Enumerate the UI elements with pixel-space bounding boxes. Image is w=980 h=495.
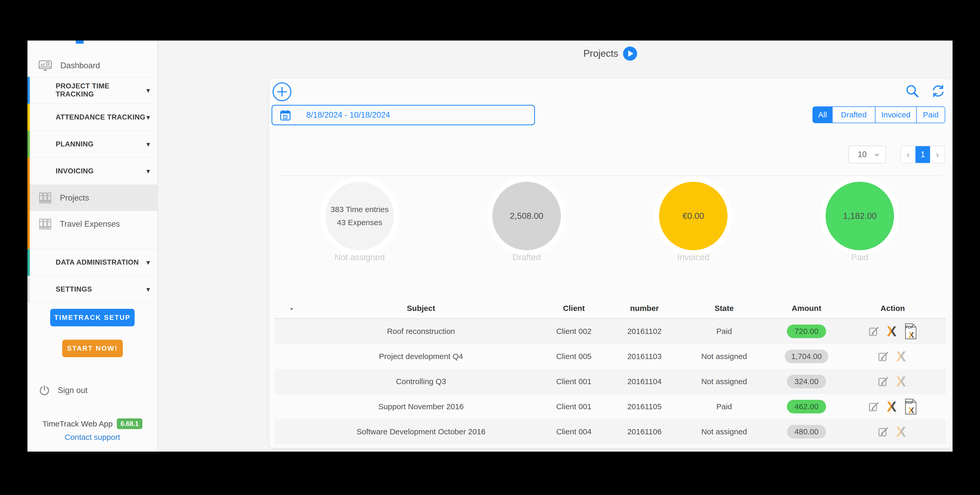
svg-text:PDF: PDF — [905, 400, 913, 404]
amount-pill: 462.00 — [787, 400, 826, 414]
amount-pill: 324.00 — [787, 375, 826, 388]
content-card: 1 8/18/2024 - 10/18/2024 All Drafted Inv… — [269, 78, 952, 448]
contact-support-link[interactable]: Contact support — [65, 433, 120, 442]
cancel-x-icon[interactable]: X — [885, 324, 899, 339]
sidebar-section-attendance-tracking[interactable]: ATTENDANCE TRACKING ▾ — [27, 104, 158, 131]
col-number[interactable]: number — [614, 304, 675, 313]
tab-invoiced[interactable]: Invoiced — [875, 107, 916, 123]
col-state[interactable]: State — [675, 304, 774, 313]
sign-out-button[interactable]: Sign out — [38, 381, 88, 399]
pdf-export-icon[interactable]: PDF X — [903, 323, 918, 340]
table-row[interactable]: Support November 2016 Client 001 2016110… — [275, 394, 946, 419]
logo-partial — [76, 40, 84, 44]
circle-label: Drafted — [472, 252, 581, 262]
table-row[interactable]: Controlling Q3 Client 001 20161104 Not a… — [275, 369, 946, 394]
amount-pill: 1,704.00 — [785, 350, 829, 363]
sidebar-section-project-time-tracking[interactable]: PROJECT TIME TRACKING ▾ — [27, 77, 158, 104]
chevron-down-icon: ⌄ — [873, 150, 881, 155]
sidebar-item-label: Travel Expenses — [60, 219, 120, 229]
cell-state: Not assigned — [675, 352, 774, 361]
table-row[interactable]: Project development Q4 Client 005 201611… — [275, 344, 946, 369]
cell-subject: Software Development October 2016 — [309, 427, 533, 436]
circle-fill: €0.00 — [659, 182, 727, 250]
cell-number: 20161102 — [614, 327, 675, 336]
cell-subject: Controlling Q3 — [309, 377, 533, 386]
cell-number: 20161105 — [614, 402, 675, 411]
col-amount[interactable]: Amount — [774, 304, 839, 313]
circle-value: €0.00 — [682, 211, 704, 221]
circle-label: Not assigned — [305, 252, 414, 262]
col-dash: - — [275, 304, 309, 313]
add-project-button[interactable] — [272, 82, 291, 101]
col-subject[interactable]: Subject — [309, 304, 533, 313]
chevron-down-icon: ▾ — [146, 113, 150, 121]
binder-icon — [38, 192, 52, 204]
cell-subject: Roof reconstruction — [309, 327, 533, 336]
summary-circle-paid: 1,182.00 — [820, 177, 899, 255]
cell-client: Client 001 — [533, 402, 614, 411]
sidebar-item-projects[interactable]: Projects — [30, 185, 158, 211]
timetrack-setup-button[interactable]: TIMETRACK SETUP — [50, 309, 135, 326]
svg-text:X: X — [896, 349, 906, 364]
current-page[interactable]: 1 — [915, 146, 930, 163]
projects-table: - Subject Client number State Amount Act… — [275, 299, 946, 444]
svg-text:X: X — [887, 399, 896, 414]
sidebar-item-travel-expenses[interactable]: Travel Expenses — [30, 211, 158, 237]
tab-all[interactable]: All — [813, 107, 832, 123]
version-badge: 6.68.1 — [117, 418, 142, 429]
page-title: Projects — [583, 48, 618, 59]
app-name: TimeTrack Web App — [42, 420, 113, 428]
sidebar-section-data-administration[interactable]: DATA ADMINISTRATION ▾ — [27, 249, 158, 276]
cell-client: Client 001 — [533, 377, 614, 386]
page-size-select[interactable]: 10 ⌄ — [848, 146, 886, 163]
cancel-x-icon[interactable]: X — [885, 399, 899, 414]
tab-paid[interactable]: Paid — [916, 107, 945, 123]
sign-out-label: Sign out — [58, 386, 88, 395]
tab-drafted[interactable]: Drafted — [832, 107, 875, 123]
amount-pill: 480.00 — [787, 425, 826, 439]
chevron-down-icon: ▾ — [146, 86, 150, 95]
search-icon[interactable] — [905, 84, 919, 98]
summary-circle-not-assigned: 383 Time entries 43 Expenses — [320, 177, 399, 255]
start-now-button[interactable]: START NOW! — [62, 340, 123, 357]
table-row[interactable]: Software Development October 2016 Client… — [275, 419, 946, 444]
date-range-picker[interactable]: 1 8/18/2024 - 10/18/2024 — [272, 105, 535, 125]
edit-icon[interactable] — [868, 325, 880, 338]
app-version: TimeTrack Web App 6.68.1 — [42, 418, 142, 429]
refresh-icon[interactable] — [931, 84, 945, 98]
cancel-x-icon-disabled: X — [894, 425, 908, 439]
sidebar-footer: TIMETRACK SETUP START NOW! Sign out Time… — [27, 303, 158, 452]
chevron-down-icon: ▾ — [146, 140, 150, 148]
section-label: DATA ADMINISTRATION — [56, 258, 139, 267]
circle-fill: 383 Time entries 43 Expenses — [325, 182, 394, 250]
edit-icon[interactable] — [877, 425, 889, 438]
cell-number: 20161103 — [614, 352, 675, 361]
sidebar-item-dashboard[interactable]: Dashboard — [27, 54, 158, 77]
svg-text:X: X — [896, 425, 906, 439]
edit-icon[interactable] — [868, 400, 880, 413]
sidebar-section-invoicing-header[interactable]: INVOICING ▾ — [30, 158, 158, 185]
play-icon[interactable] — [623, 46, 637, 61]
cancel-x-icon-disabled: X — [894, 374, 908, 389]
circle-value: 1,182.00 — [843, 211, 877, 221]
col-client[interactable]: Client — [533, 304, 614, 313]
table-row[interactable]: Roof reconstruction Client 002 20161102 … — [275, 319, 946, 344]
cell-state: Not assigned — [675, 427, 774, 436]
sidebar-section-planning[interactable]: PLANNING ▾ — [27, 131, 158, 158]
cell-client: Client 002 — [533, 327, 614, 336]
cell-state: Paid — [675, 327, 774, 336]
col-action: Action — [839, 304, 946, 313]
section-label: SETTINGS — [56, 285, 92, 294]
date-range-value: 8/18/2024 - 10/18/2024 — [306, 110, 390, 120]
next-page-button[interactable]: › — [930, 146, 945, 163]
sidebar-section-settings[interactable]: SETTINGS ▾ — [27, 276, 158, 303]
table-header: - Subject Client number State Amount Act… — [275, 299, 946, 319]
main-area: Projects 1 8/18/2024 - 10/18/2024 — [158, 40, 953, 452]
circle-label: Paid — [805, 252, 915, 262]
edit-icon[interactable] — [877, 375, 889, 388]
summary-circle-invoiced: €0.00 — [654, 177, 733, 255]
prev-page-button[interactable]: ‹ — [901, 146, 915, 163]
pdf-export-icon[interactable]: PDF X — [903, 398, 918, 415]
edit-icon[interactable] — [877, 350, 889, 363]
page-size-value: 10 — [858, 150, 867, 159]
